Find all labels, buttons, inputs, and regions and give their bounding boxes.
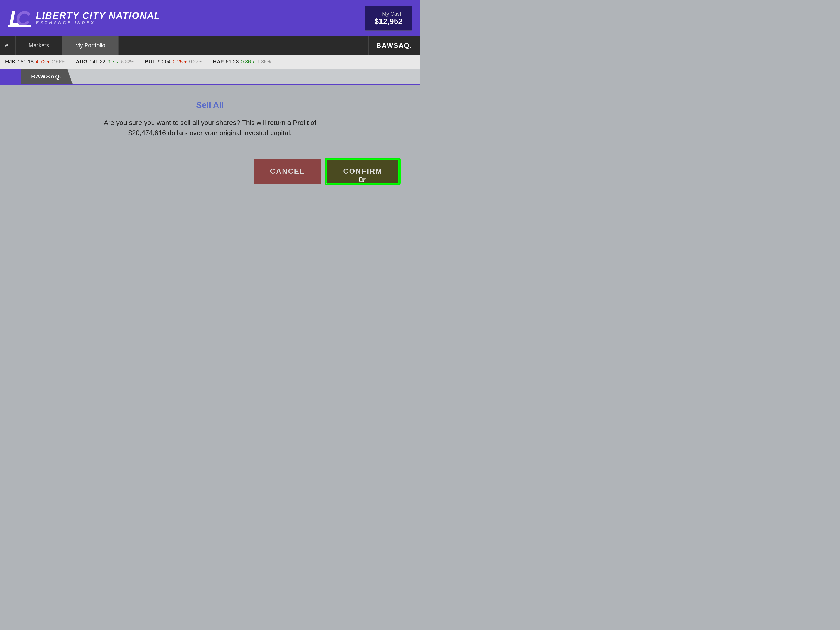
cash-label: My Cash (374, 11, 403, 17)
ticker-bul-change: 0.25 (173, 59, 187, 65)
ticker-hjk: HJK 181.18 4.72 2.66% (5, 59, 65, 65)
bawsaq-nav-label: BAWSAQ. (376, 42, 412, 50)
ticker-haf-symbol: HAF (213, 59, 224, 65)
ticker-hjk-pct: 2.66% (52, 59, 65, 65)
confirm-label: CONFIRM (343, 167, 382, 175)
ticker-haf: HAF 61.28 0.86 1.39% (213, 59, 270, 65)
nav-spacer (118, 36, 368, 55)
ticker-haf-price: 61.28 (226, 59, 239, 65)
cancel-button[interactable]: CANCEL (254, 159, 321, 184)
ticker-aug: AUG 141.22 9.7 5.82% (76, 59, 134, 65)
ticker-bul: BUL 90.04 0.25 0.27% (145, 59, 202, 65)
cash-amount: $12,952 (374, 17, 403, 26)
logo-area: L CN LIBERTY CITY NATIONAL EXCHANGE INDE… (8, 6, 160, 30)
sell-all-title: Sell All (196, 100, 224, 110)
arrow-down-icon-2 (183, 59, 187, 65)
tab-bawsaq-label: BAWSAQ. (31, 73, 62, 80)
portfolio-label: My Portfolio (75, 42, 105, 49)
ticker-hjk-change: 4.72 (36, 59, 50, 65)
nav-item-markets[interactable]: Markets (16, 36, 62, 55)
navbar: e Markets My Portfolio BAWSAQ. (0, 36, 420, 55)
sell-all-message: Are you sure you want to sell all your s… (93, 118, 327, 138)
ticker-aug-symbol: AUG (76, 59, 87, 65)
tab-row: BAWSAQ. (0, 69, 420, 85)
logo-icon: L CN (8, 6, 31, 30)
nav-first-label: e (5, 42, 8, 49)
dialog-area: Sell All Are you sure you want to sell a… (0, 85, 420, 199)
ticker-hjk-price: 181.18 (18, 59, 33, 65)
arrow-up-icon-2 (252, 59, 256, 65)
ticker-aug-pct: 5.82% (121, 59, 134, 65)
nav-bawsaq[interactable]: BAWSAQ. (368, 36, 420, 55)
cursor-hand-icon: ☞ (358, 174, 368, 185)
ticker-haf-pct: 1.39% (257, 59, 270, 65)
arrow-up-icon (115, 59, 119, 65)
ticker-bar: HJK 181.18 4.72 2.66% AUG 141.22 9.7 5.8… (0, 55, 420, 69)
ticker-bul-symbol: BUL (145, 59, 155, 65)
arrow-down-icon (47, 59, 50, 65)
tab-bawsaq[interactable]: BAWSAQ. (21, 69, 73, 84)
cash-box: My Cash $12,952 (365, 6, 412, 31)
ticker-bul-pct: 0.27% (189, 59, 202, 65)
confirm-button[interactable]: CONFIRM ☞ (327, 159, 399, 184)
ticker-hjk-symbol: HJK (5, 59, 16, 65)
button-row: CANCEL CONFIRM ☞ (113, 159, 399, 184)
logo-text: LIBERTY CITY NATIONAL EXCHANGE INDEX (36, 11, 160, 25)
logo-subtitle: EXCHANGE INDEX (36, 21, 160, 25)
markets-label: Markets (28, 42, 49, 49)
header: L CN LIBERTY CITY NATIONAL EXCHANGE INDE… (0, 0, 420, 36)
logo-title: LIBERTY CITY NATIONAL (36, 11, 160, 21)
nav-item-portfolio[interactable]: My Portfolio (62, 36, 118, 55)
nav-item-first[interactable]: e (0, 36, 16, 55)
ticker-aug-change: 9.7 (107, 59, 119, 65)
ticker-haf-change: 0.86 (241, 59, 256, 65)
tab-blue-bar (0, 69, 21, 84)
ticker-bul-price: 90.04 (158, 59, 171, 65)
ticker-aug-price: 141.22 (89, 59, 105, 65)
